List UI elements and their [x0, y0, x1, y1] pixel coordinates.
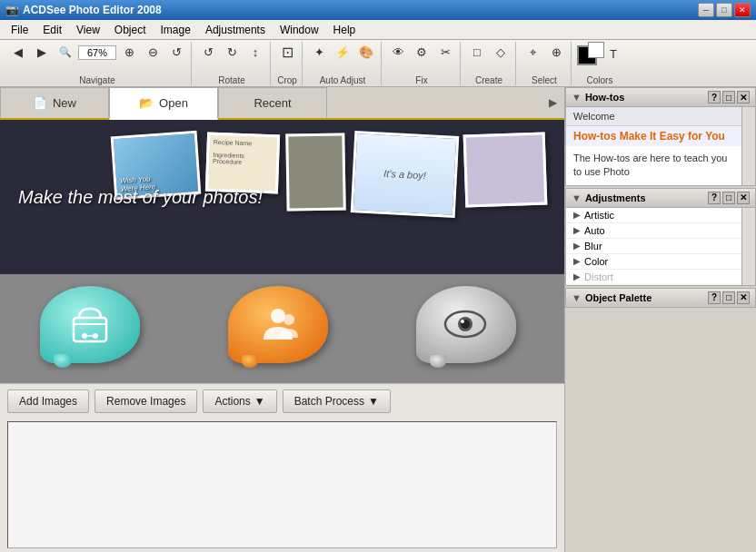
toolbar-create-group: □ ◇ Create [463, 42, 516, 85]
open-tab-label: Open [159, 96, 188, 110]
object-palette-help-button[interactable]: ? [708, 291, 721, 304]
people-bubble[interactable] [228, 286, 337, 372]
batch-process-button[interactable]: Batch Process ▼ [283, 389, 391, 413]
main-toolbar: ◀ ▶ 🔍 ⊕ ⊖ ↺ Navigate ↺ ↻ ↕ Rotate ⊡ Crop… [0, 40, 756, 87]
basket-bubble[interactable] [40, 286, 149, 372]
new-tab-icon: 📄 [33, 96, 47, 110]
adj-distort[interactable]: ▶ Distort [566, 270, 741, 285]
menu-file[interactable]: File [4, 22, 35, 38]
adjustments-maximize-button[interactable]: □ [722, 192, 735, 204]
howtos-maximize-button[interactable]: □ [722, 91, 735, 104]
auto-adjust-btn3[interactable]: 🎨 [355, 42, 377, 64]
howtos-scrollbar[interactable] [741, 107, 755, 185]
eye-icon [441, 305, 491, 343]
text-button[interactable]: T [602, 44, 624, 65]
auto-adjust-label: Auto Adjust [320, 75, 366, 85]
adjustments-close-button[interactable]: ✕ [737, 192, 750, 204]
toolbar-colors-group: T Colors [573, 42, 626, 85]
object-palette-maximize-button[interactable]: □ [722, 291, 735, 304]
adj-blur-arrow: ▶ [573, 241, 581, 251]
tab-more-icon: ▶ [549, 96, 557, 109]
toolbar-autoadjust-group: ✦ ⚡ 🎨 Auto Adjust [304, 42, 382, 85]
actions-button[interactable]: Actions ▼ [203, 389, 276, 413]
title-bar: 📷 ACDSee Photo Editor 2008 ─ □ ✕ [0, 0, 756, 20]
object-palette-title: Object Palette [585, 292, 652, 303]
create-btn1[interactable]: □ [466, 42, 488, 64]
toolbar-rotate-group: ↺ ↻ ↕ Rotate [194, 42, 271, 85]
svg-point-5 [271, 309, 285, 323]
menu-adjustments[interactable]: Adjustments [198, 22, 273, 38]
rotate-left-button[interactable]: ↺ [197, 42, 219, 64]
select-btn1[interactable]: ⌖ [522, 42, 543, 64]
tab-recent[interactable]: Recent [218, 87, 327, 118]
create-btn2[interactable]: ◇ [490, 42, 512, 64]
adjustments-title: Adjustments [585, 192, 646, 203]
tab-more-button[interactable]: ▶ [542, 87, 564, 118]
menu-view[interactable]: View [69, 22, 107, 38]
close-button[interactable]: ✕ [734, 3, 751, 17]
zoom-in-button[interactable]: ⊕ [118, 42, 140, 64]
howtos-close-button[interactable]: ✕ [737, 91, 750, 104]
rotate-right-button[interactable]: ↻ [221, 42, 243, 64]
object-palette-panel: ▼ Object Palette ? □ ✕ [565, 288, 756, 308]
tab-new[interactable]: 📄 New [0, 87, 109, 118]
rotate-cw-button[interactable]: ↺ [165, 42, 187, 64]
crop-button[interactable]: ⊡ [276, 42, 298, 64]
svg-point-6 [284, 314, 294, 325]
adj-color[interactable]: ▶ Color [566, 254, 741, 270]
add-images-button[interactable]: Add Images [7, 389, 89, 413]
toolbar-crop-group: ⊡ Crop [273, 42, 303, 85]
app-title: ACDSee Photo Editor 2008 [23, 4, 162, 16]
menu-bar: File Edit View Object Image Adjustments … [0, 20, 756, 40]
create-label: Create [475, 75, 502, 85]
howtos-help-button[interactable]: ? [708, 91, 721, 104]
remove-images-button[interactable]: Remove Images [94, 389, 197, 413]
photo-card-3 [285, 133, 345, 211]
menu-image[interactable]: Image [154, 22, 198, 38]
zoom-input[interactable] [78, 45, 116, 60]
zoom-out-button[interactable]: 🔍 [55, 42, 76, 64]
maximize-button[interactable]: □ [716, 3, 732, 17]
right-panel: ▼ How-tos ? □ ✕ Welcome How-tos Make It … [565, 87, 756, 552]
toolbar-fix-group: 👁 ⚙ ✂ Fix [383, 42, 461, 85]
howtos-welcome-section: Welcome [566, 107, 741, 126]
recent-tab-label: Recent [254, 96, 291, 110]
adjustments-header: ▼ Adjustments ? □ ✕ [565, 188, 756, 208]
adj-auto-label: Auto [584, 225, 605, 236]
adj-color-arrow: ▶ [573, 256, 581, 266]
fix-btn3[interactable]: ✂ [434, 42, 456, 64]
eye-bubble[interactable] [416, 286, 525, 372]
batch-process-arrow: ▼ [368, 395, 379, 408]
new-tab-label: New [53, 96, 76, 110]
menu-edit[interactable]: Edit [35, 22, 69, 38]
adj-blur[interactable]: ▶ Blur [566, 239, 741, 254]
tab-bar: 📄 New 📂 Open Recent ▶ [0, 87, 564, 120]
adjustments-scrollbar[interactable] [741, 208, 755, 285]
back-button[interactable]: ◀ [7, 42, 29, 64]
adj-artistic[interactable]: ▶ Artistic [566, 208, 741, 223]
auto-adjust-btn2[interactable]: ⚡ [332, 42, 353, 64]
minimize-button[interactable]: ─ [698, 3, 714, 17]
forward-button[interactable]: ▶ [31, 42, 53, 64]
colors-label: Colors [587, 75, 613, 85]
menu-object[interactable]: Object [107, 22, 154, 38]
zoom-fit-button[interactable]: ⊖ [142, 42, 164, 64]
object-palette-close-button[interactable]: ✕ [737, 291, 750, 304]
window-controls: ─ □ ✕ [698, 3, 751, 17]
fix-btn1[interactable]: 👁 [387, 42, 409, 64]
thumbnails-area [0, 274, 564, 383]
adj-auto[interactable]: ▶ Auto [566, 223, 741, 239]
auto-adjust-btn1[interactable]: ✦ [308, 42, 330, 64]
tab-open[interactable]: 📂 Open [109, 87, 218, 120]
app-icon: 📷 [5, 4, 19, 16]
adjustments-content: ▶ Artistic ▶ Auto ▶ Blur ▶ [565, 208, 756, 286]
photo-card-4: It's a boy! [351, 131, 460, 218]
fix-btn2[interactable]: ⚙ [411, 42, 433, 64]
flip-button[interactable]: ↕ [244, 42, 266, 64]
menu-help[interactable]: Help [326, 22, 363, 38]
object-palette-header: ▼ Object Palette ? □ ✕ [565, 288, 756, 308]
adjustments-help-button[interactable]: ? [708, 192, 721, 204]
menu-window[interactable]: Window [273, 22, 326, 38]
select-btn2[interactable]: ⊕ [545, 42, 567, 64]
object-palette-expand-icon: ▼ [572, 292, 582, 303]
